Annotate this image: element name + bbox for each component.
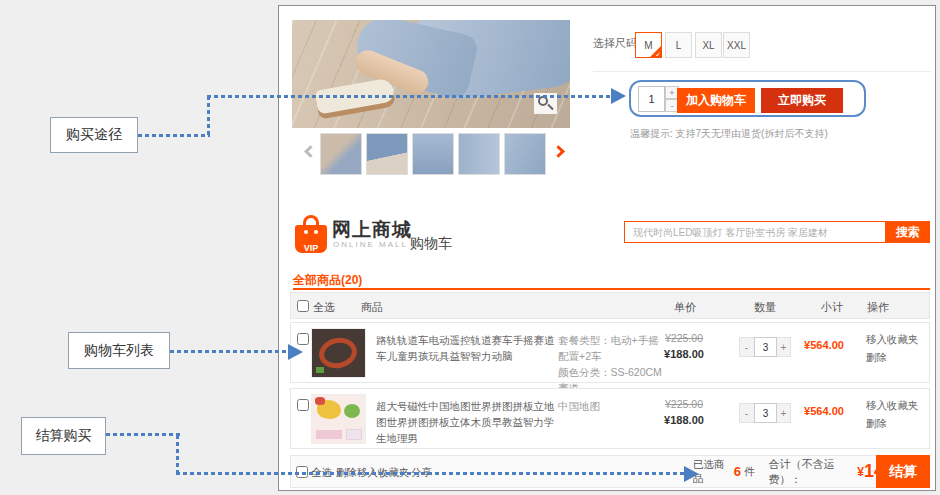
annotation-connector <box>106 433 180 436</box>
product-thumbnail-4[interactable] <box>458 133 500 175</box>
price-current: ¥188.00 <box>652 348 716 360</box>
move-to-favorites-link[interactable]: 移入收藏夹 <box>866 333 926 347</box>
annotation-connector <box>207 95 611 98</box>
column-quantity: 数量 <box>754 300 776 315</box>
product-main-image <box>292 20 570 128</box>
selected-unit: 件 <box>744 465 755 479</box>
size-option-xl[interactable]: XL <box>695 32 722 58</box>
quantity-input[interactable] <box>638 86 665 112</box>
decrease-button[interactable]: - <box>740 404 753 422</box>
product-thumbnail-5[interactable] <box>504 133 546 175</box>
check-icon: ✓ <box>655 51 661 58</box>
product-title[interactable]: 路轨轨道车电动遥控轨道赛车手摇赛道车儿童男孩玩具益智智力动脑 <box>376 332 558 364</box>
product-image-map-puzzle[interactable] <box>311 394 366 444</box>
row-checkbox[interactable] <box>297 399 309 411</box>
size-option-xxl[interactable]: XXL <box>723 32 750 58</box>
cart-table-header: 全选 商品 单价 数量 小计 操作 <box>290 292 930 319</box>
price-current: ¥188.00 <box>652 414 716 426</box>
divider <box>593 71 931 72</box>
column-select-all: 全选 <box>313 300 335 315</box>
tutorial-canvas: 选择尺码: M ✓ L XL XXL + - 加入购物车 立即购买 温馨提示: … <box>0 0 940 495</box>
size-label: 选择尺码: <box>593 36 640 51</box>
size-option-label: XL <box>702 40 714 51</box>
row-quantity-input[interactable] <box>754 403 777 423</box>
select-all-checkbox[interactable] <box>297 300 309 312</box>
product-thumbnail-1[interactable] <box>320 133 362 175</box>
total-label: 合计（不含运费）： <box>768 457 857 487</box>
size-option-m[interactable]: M ✓ <box>635 32 662 58</box>
vip-label: VIP <box>295 243 327 253</box>
quantity-stepper: - + <box>739 337 791 357</box>
shop-panel: 选择尺码: M ✓ L XL XXL + - 加入购物车 立即购买 温馨提示: … <box>278 5 936 491</box>
annotation-checkout: 结算购买 <box>21 417 106 455</box>
size-option-label: L <box>676 40 682 51</box>
column-actions: 操作 <box>867 300 889 315</box>
size-option-l[interactable]: L <box>665 32 692 58</box>
brand-logo-bag-icon: VIP <box>295 215 327 254</box>
annotation-cart-list: 购物车列表 <box>68 332 170 369</box>
move-to-favorites-link[interactable]: 移入收藏夹 <box>866 399 926 413</box>
column-unit-price: 单价 <box>674 300 696 315</box>
checkout-button[interactable]: 结算 <box>876 455 930 488</box>
row-quantity-input[interactable] <box>754 337 777 357</box>
annotation-connector <box>170 350 288 353</box>
currency-symbol: ¥ <box>857 465 864 479</box>
next-thumbnails-button[interactable] <box>552 143 570 161</box>
chevron-left-icon <box>304 145 317 158</box>
annotation-connector <box>176 435 179 474</box>
row-subtotal: ¥564.00 <box>789 405 859 417</box>
search-input[interactable] <box>624 221 886 243</box>
return-policy-notice: 温馨提示: 支持7天无理由退货(拆封后不支持) <box>630 127 828 141</box>
annotation-arrow-icon <box>611 88 626 104</box>
chevron-right-icon <box>552 145 565 158</box>
annotation-connector <box>207 96 210 137</box>
bag-dot <box>314 230 318 234</box>
buy-now-button[interactable]: 立即购买 <box>761 88 843 113</box>
add-to-cart-button[interactable]: 加入购物车 <box>677 88 755 113</box>
annotation-arrow-icon <box>684 466 699 482</box>
product-title[interactable]: 超大号磁性中国地图世界拼图拼板立地图世界拼图拼板立体木质早教益智力学生地理男 <box>376 398 558 446</box>
annotation-connector <box>176 472 684 475</box>
price-original: ¥225.00 <box>652 332 716 344</box>
product-thumbnail-2[interactable] <box>366 133 408 175</box>
size-option-label: XXL <box>727 40 746 51</box>
cart-row: 超大号磁性中国地图世界拼图拼板立地图世界拼图拼板立体木质早教益智力学生地理男 中… <box>290 388 930 449</box>
page-title: 购物车 <box>410 235 452 253</box>
price-original: ¥225.00 <box>652 398 716 410</box>
selected-count: 6 <box>734 464 741 479</box>
product-thumbnail-3[interactable] <box>412 133 454 175</box>
row-subtotal: ¥564.00 <box>789 339 859 351</box>
column-product: 商品 <box>361 300 383 315</box>
annotation-purchase-path: 购买途径 <box>50 117 138 153</box>
product-image-race-track[interactable] <box>311 328 366 378</box>
decrease-button[interactable]: - <box>740 338 753 356</box>
tab-underline <box>293 288 930 290</box>
annotation-arrow-icon <box>288 344 303 360</box>
annotation-connector <box>138 134 210 137</box>
quantity-stepper: - + <box>739 403 791 423</box>
delete-link[interactable]: 删除 <box>866 351 926 365</box>
bag-dot <box>304 230 308 234</box>
brand-subtitle: ONLINE MALL <box>333 240 408 249</box>
prev-thumbnails-button[interactable] <box>301 143 319 161</box>
delete-link[interactable]: 删除 <box>866 417 926 431</box>
tab-all-products[interactable]: 全部商品(20) <box>293 272 362 289</box>
search-button[interactable]: 搜索 <box>886 221 930 243</box>
cart-row: 路轨轨道车电动遥控轨道赛车手摇赛道车儿童男孩玩具益智智力动脑 套餐类型：电动+手… <box>290 322 930 383</box>
column-subtotal: 小计 <box>821 300 843 315</box>
